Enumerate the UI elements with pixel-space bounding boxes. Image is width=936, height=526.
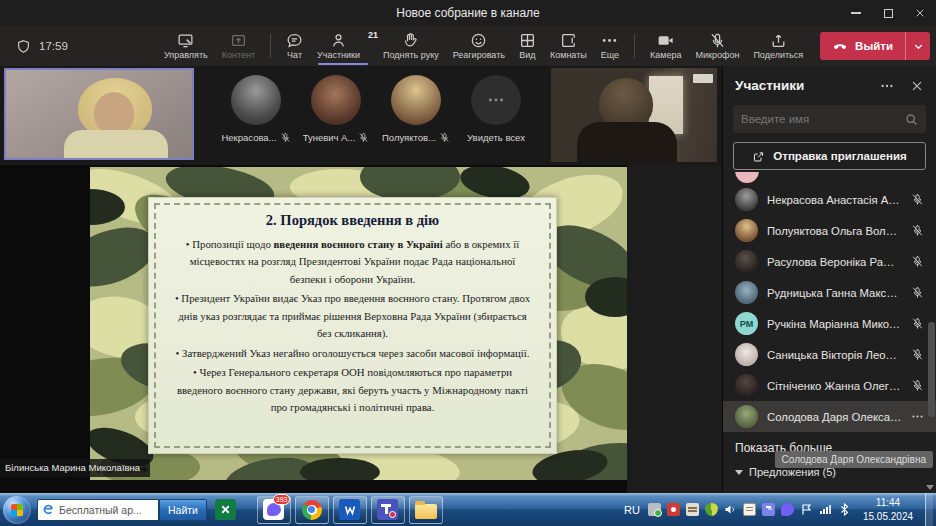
- teams-taskbar-button[interactable]: [371, 496, 405, 524]
- teams-tray-icon[interactable]: [762, 503, 775, 516]
- thumbnail-tunevych[interactable]: Туневич А...: [306, 75, 366, 143]
- manage-button[interactable]: Управлять: [157, 27, 215, 65]
- viber-tray-icon[interactable]: [781, 503, 794, 516]
- participant-name: Расулова Вероніка Рамілівна: [767, 256, 902, 268]
- explorer-taskbar-button[interactable]: [409, 496, 443, 524]
- avatar: [735, 188, 758, 211]
- taskbar-search-input[interactable]: [59, 504, 154, 516]
- viber-taskbar-button[interactable]: 393: [257, 496, 291, 524]
- chat-button[interactable]: Чат: [279, 27, 310, 65]
- timer-value: 17:59: [39, 40, 68, 52]
- panel-header: Участники: [723, 66, 936, 101]
- participant-name: Некрасова Анастасія Анатоліївна: [767, 194, 902, 206]
- participant-name: Сітніченко Жанна Олегівна: [767, 380, 902, 392]
- room-ac-unit: [693, 74, 713, 83]
- thumbnail-poluyaktova[interactable]: Полуяктов...: [386, 75, 446, 143]
- minimize-button[interactable]: [840, 0, 872, 26]
- participant-row[interactable]: Рудницька Ганна Максимівна: [723, 277, 936, 308]
- participant-row[interactable]: Некрасова Анастасія Анатоліївна: [723, 184, 936, 215]
- panel-scrollbar-thumb[interactable]: [928, 322, 935, 417]
- notes-tray-icon[interactable]: [743, 503, 756, 516]
- participants-button[interactable]: 21 Участники: [310, 27, 376, 65]
- network-tray-icon[interactable]: [819, 503, 832, 516]
- more-dots-icon: [601, 32, 618, 49]
- antivirus-shield-tray-icon[interactable]: [705, 503, 718, 516]
- show-desktop-button[interactable]: [925, 493, 933, 526]
- teams-status-dot: [389, 511, 396, 518]
- avatar: [391, 75, 441, 125]
- panel-scroll-arrow[interactable]: [926, 485, 934, 490]
- view-button[interactable]: Вид: [512, 27, 543, 65]
- panel-close-icon[interactable]: [910, 79, 924, 93]
- taskbar-search-button[interactable]: Найти: [159, 499, 207, 521]
- room-camera-video[interactable]: [551, 68, 717, 162]
- mic-muted-icon: [911, 286, 924, 299]
- participant-name: Рудницька Ганна Максимівна: [767, 287, 902, 299]
- word-taskbar-button[interactable]: [333, 496, 367, 524]
- taskbar-search-field[interactable]: [37, 499, 159, 521]
- avatar-initials: РМ: [735, 312, 758, 335]
- slide-bullet-1: Пропозиції щодо введення воєнного стану …: [173, 236, 532, 288]
- participant-row[interactable]: Саницька Вікторія Леонідівна: [723, 339, 936, 370]
- search-icon: [905, 113, 918, 126]
- panel-more-icon[interactable]: [880, 79, 894, 93]
- react-button[interactable]: Реагировать: [446, 27, 512, 65]
- avatar: [735, 250, 758, 273]
- participant-row[interactable]: РМ Ручкіна Маріанна Миколаївна: [723, 308, 936, 339]
- folder-icon: [415, 504, 437, 519]
- security-red-tray-icon[interactable]: [667, 503, 680, 516]
- maximize-button[interactable]: [872, 0, 904, 26]
- meeting-toolbar: 17:59 Управлять Контент Чат 21 Участники: [0, 26, 936, 66]
- mic-muted-icon: [709, 32, 726, 49]
- word-icon: [339, 499, 360, 520]
- more-button[interactable]: Еще: [594, 27, 626, 65]
- taskbar-search: Найти: [37, 499, 207, 521]
- taskbar-clock[interactable]: 11:44 15.05.2024: [857, 496, 919, 523]
- mic-button[interactable]: Микрофон: [689, 27, 747, 65]
- see-all-button[interactable]: Увидеть всех: [466, 75, 526, 143]
- time: 11:44: [857, 496, 919, 510]
- slide-bullet-3: Затверджений Указ негайно оголошується ч…: [173, 345, 532, 362]
- mic-muted-icon: [911, 193, 924, 206]
- excel-taskbar-button[interactable]: [211, 496, 241, 524]
- send-invite-button[interactable]: Отправка приглашения: [733, 142, 926, 170]
- raise-hand-button[interactable]: Поднять руку: [376, 27, 446, 65]
- participant-more-icon[interactable]: [911, 410, 924, 423]
- avatar: [231, 75, 281, 125]
- participant-search[interactable]: [733, 105, 926, 133]
- participant-name: Ручкіна Маріанна Миколаївна: [767, 318, 902, 330]
- participant-row[interactable]: Сітніченко Жанна Олегівна: [723, 370, 936, 401]
- mic-muted-icon: [911, 348, 924, 361]
- flag-tray-icon[interactable]: [800, 503, 813, 516]
- chrome-taskbar-button[interactable]: [295, 496, 329, 524]
- volume-tray-icon[interactable]: [724, 503, 737, 516]
- participants-label: Участники: [317, 50, 360, 60]
- search-input[interactable]: [741, 113, 899, 125]
- close-icon: [914, 7, 926, 19]
- share-button[interactable]: Поделиться: [746, 27, 810, 65]
- content-button[interactable]: Контент: [215, 27, 262, 65]
- slide-text-panel: 2. Порядок введення в дію Пропозиції щод…: [148, 197, 557, 454]
- viber-badge: 393: [273, 494, 291, 505]
- start-button[interactable]: [3, 496, 31, 524]
- thumbnail-nekrasova[interactable]: Некрасова...: [226, 75, 286, 143]
- mic-label: Микрофон: [696, 50, 740, 60]
- invite-share-icon: [752, 150, 765, 163]
- excel-icon: [215, 499, 236, 520]
- participant-row[interactable]: Расулова Вероніка Рамілівна: [723, 246, 936, 277]
- active-speaker-video[interactable]: [4, 68, 194, 160]
- close-button[interactable]: [904, 0, 936, 26]
- participant-row[interactable]: Полуяктова Ольга Володимирі...: [723, 215, 936, 246]
- bluetooth-tray-icon[interactable]: [838, 503, 851, 516]
- leave-button[interactable]: Выйти: [820, 32, 905, 60]
- room-person-body: [577, 122, 677, 162]
- rooms-button[interactable]: Комнаты: [543, 27, 594, 65]
- language-indicator[interactable]: RU: [624, 504, 640, 516]
- participant-row[interactable]: Солодова Даря Олександрівна: [723, 401, 936, 432]
- more-label: Еще: [601, 50, 619, 60]
- toolbar-divider: [270, 34, 271, 58]
- camera-button[interactable]: Камера: [643, 27, 688, 65]
- leave-options-button[interactable]: [906, 32, 930, 60]
- mail-tray-icon[interactable]: [686, 503, 699, 516]
- usb-tray-icon[interactable]: [648, 503, 661, 516]
